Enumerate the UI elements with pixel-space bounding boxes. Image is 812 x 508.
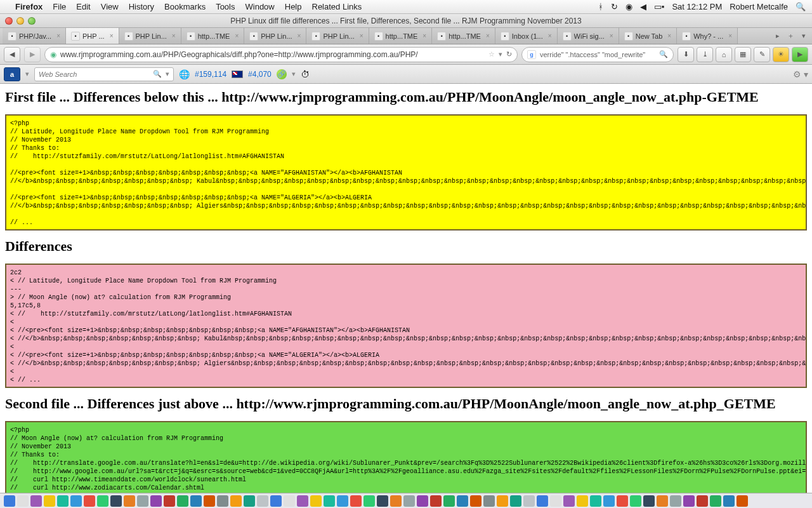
tab-close-icon[interactable]: × bbox=[172, 32, 176, 39]
gear-icon[interactable]: ⚙ ▾ bbox=[793, 69, 808, 79]
menu-window[interactable]: Window bbox=[246, 2, 275, 11]
toolbar-btn-5[interactable]: ✎ bbox=[754, 47, 770, 62]
tab-close-icon[interactable]: × bbox=[422, 32, 426, 39]
menu-edit[interactable]: Edit bbox=[76, 2, 90, 11]
tab-close-icon[interactable]: × bbox=[667, 32, 671, 39]
tab-10[interactable]: •New Tab× bbox=[619, 28, 677, 44]
tab-close-icon[interactable]: × bbox=[486, 32, 490, 39]
menu-history[interactable]: History bbox=[129, 2, 154, 11]
bookmark-star-icon[interactable]: ☆ bbox=[488, 50, 495, 58]
dock-app-23[interactable] bbox=[310, 495, 322, 507]
forward-button[interactable]: ▶ bbox=[24, 47, 41, 62]
window-minimize-button[interactable] bbox=[16, 17, 24, 25]
dock-app-44[interactable] bbox=[590, 495, 601, 507]
url-bar[interactable]: ◉ www.rjmprogramming.com.au/PHP/Geograph… bbox=[44, 47, 518, 62]
spotlight-icon[interactable]: 🔍 bbox=[796, 2, 806, 11]
tab-close-icon[interactable]: × bbox=[235, 32, 239, 39]
tab-0[interactable]: •PHP/Jav...× bbox=[3, 28, 66, 44]
dock-app-1[interactable] bbox=[17, 495, 29, 507]
clock-icon[interactable]: ⏱ bbox=[301, 69, 310, 79]
window-zoom-button[interactable] bbox=[28, 17, 36, 25]
tab-close-icon[interactable]: × bbox=[610, 32, 613, 39]
dock-app-51[interactable] bbox=[683, 495, 695, 507]
tab-5[interactable]: •PHP Lin...× bbox=[306, 28, 369, 44]
dropdown-icon[interactable]: ▾ bbox=[499, 50, 502, 58]
dock-app-12[interactable] bbox=[164, 495, 175, 507]
reload-icon[interactable]: ↻ bbox=[506, 50, 512, 58]
dock-app-11[interactable] bbox=[150, 495, 162, 507]
menu-tools[interactable]: Tools bbox=[216, 2, 235, 11]
dock-app-33[interactable] bbox=[443, 495, 455, 507]
dock-app-9[interactable] bbox=[124, 495, 135, 507]
dock-app-26[interactable] bbox=[350, 495, 362, 507]
tab-1[interactable]: •PHP ...× bbox=[66, 28, 119, 44]
tab-8[interactable]: •Inbox (1...× bbox=[495, 28, 558, 44]
dock-app-53[interactable] bbox=[710, 495, 721, 507]
dock-app-37[interactable] bbox=[497, 495, 508, 507]
dock-app-22[interactable] bbox=[297, 495, 308, 507]
dock-app-21[interactable] bbox=[284, 495, 295, 507]
dock-app-28[interactable] bbox=[377, 495, 388, 507]
dock-app-42[interactable] bbox=[563, 495, 575, 507]
menu-view[interactable]: View bbox=[101, 2, 119, 11]
dock-app-38[interactable] bbox=[510, 495, 521, 507]
tab-close-icon[interactable]: × bbox=[360, 32, 363, 39]
toolbar-btn-1[interactable]: ⬇ bbox=[678, 47, 694, 62]
dock-app-35[interactable] bbox=[470, 495, 481, 507]
dock-app-13[interactable] bbox=[177, 495, 188, 507]
dock[interactable] bbox=[0, 493, 812, 508]
dock-app-49[interactable] bbox=[657, 495, 668, 507]
dock-app-45[interactable] bbox=[603, 495, 615, 507]
dock-app-39[interactable] bbox=[523, 495, 535, 507]
bluetooth-icon[interactable]: ᚼ bbox=[598, 2, 603, 11]
toolbar-btn-7[interactable]: ▶ bbox=[792, 47, 808, 62]
dock-app-16[interactable] bbox=[217, 495, 228, 507]
dock-app-36[interactable] bbox=[483, 495, 495, 507]
dock-app-10[interactable] bbox=[137, 495, 148, 507]
dock-app-15[interactable] bbox=[204, 495, 215, 507]
clock[interactable]: Sat 12:12 PM bbox=[672, 2, 722, 11]
dock-app-48[interactable] bbox=[643, 495, 655, 507]
toolbar-btn-2[interactable]: ⤓ bbox=[697, 47, 713, 62]
toolbar-btn-6[interactable]: ☀ bbox=[773, 47, 789, 62]
links-icon[interactable]: 🔗 bbox=[277, 69, 287, 79]
tab-list-button[interactable]: ▾ bbox=[798, 32, 809, 40]
sync-icon[interactable]: ↻ bbox=[611, 2, 618, 11]
dock-app-46[interactable] bbox=[617, 495, 628, 507]
wifi-icon[interactable]: ◉ bbox=[625, 2, 632, 11]
dock-app-17[interactable] bbox=[230, 495, 242, 507]
tab-close-icon[interactable]: × bbox=[298, 32, 301, 39]
dock-app-41[interactable] bbox=[550, 495, 561, 507]
dock-app-0[interactable] bbox=[4, 495, 15, 507]
tab-9[interactable]: •WiFi sig...× bbox=[558, 28, 619, 44]
menu-bookmarks[interactable]: Bookmarks bbox=[164, 2, 206, 11]
alexa-search-input[interactable] bbox=[39, 70, 149, 78]
dock-app-54[interactable] bbox=[723, 495, 735, 507]
dock-app-6[interactable] bbox=[84, 495, 95, 507]
dock-app-14[interactable] bbox=[190, 495, 202, 507]
dock-app-30[interactable] bbox=[403, 495, 415, 507]
dock-app-40[interactable] bbox=[537, 495, 548, 507]
tab-3[interactable]: •http...TME× bbox=[181, 28, 245, 44]
tab-close-icon[interactable]: × bbox=[728, 32, 732, 39]
battery-icon[interactable]: ▭▪ bbox=[654, 2, 665, 11]
tab-scroll-right[interactable]: ▸ bbox=[772, 32, 783, 40]
menu-related-links[interactable]: Related Links bbox=[312, 2, 362, 11]
window-close-button[interactable] bbox=[5, 17, 13, 25]
tab-close-icon[interactable]: × bbox=[548, 32, 552, 39]
dock-app-27[interactable] bbox=[363, 495, 375, 507]
dock-app-3[interactable] bbox=[44, 495, 55, 507]
tab-11[interactable]: •Why? - ...× bbox=[677, 28, 738, 44]
app-name[interactable]: Firefox bbox=[15, 2, 43, 11]
back-button[interactable]: ◀ bbox=[4, 47, 20, 62]
menu-file[interactable]: File bbox=[53, 2, 66, 11]
dock-app-43[interactable] bbox=[577, 495, 588, 507]
dock-app-31[interactable] bbox=[417, 495, 428, 507]
dock-app-19[interactable] bbox=[257, 495, 268, 507]
search-bar[interactable]: g verride" ".htaccess" "mod_rewrite" 🔍 bbox=[521, 47, 674, 62]
tab-2[interactable]: •PHP Lin...× bbox=[119, 28, 181, 44]
tab-close-icon[interactable]: × bbox=[56, 32, 60, 39]
volume-icon[interactable]: ◀ bbox=[640, 2, 646, 11]
dock-app-2[interactable] bbox=[30, 495, 42, 507]
dock-app-24[interactable] bbox=[324, 495, 335, 507]
